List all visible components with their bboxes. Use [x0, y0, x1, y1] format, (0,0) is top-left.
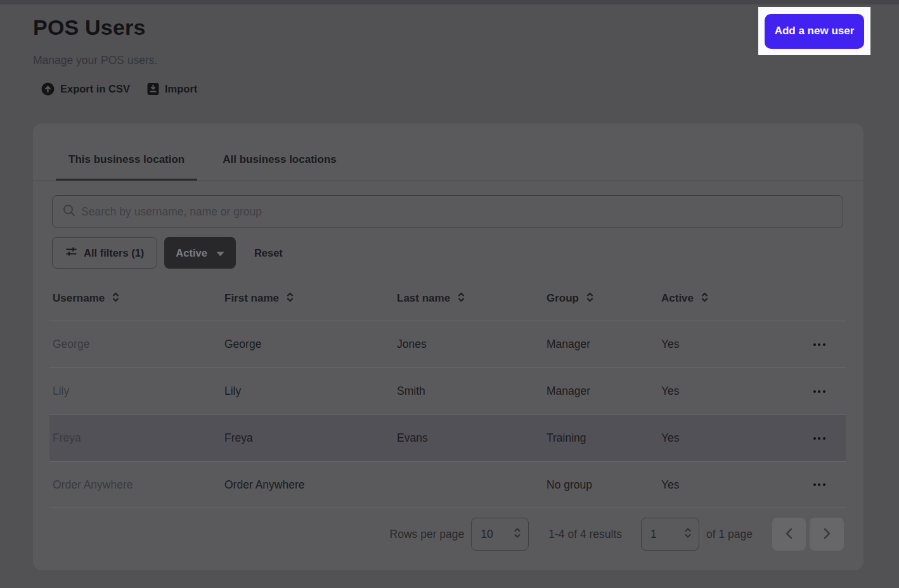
users-card: This business location All business loca…: [33, 124, 863, 570]
active-filter-label: Active: [176, 247, 207, 259]
import-button[interactable]: Import: [147, 82, 197, 96]
sliders-icon: [65, 246, 77, 260]
tour-spotlight: Add a new user: [758, 7, 870, 55]
chevron-left-icon: [786, 528, 792, 541]
file-download-icon: [147, 82, 159, 96]
cell-username: Freya: [49, 431, 224, 445]
cell-last-name: Jones: [397, 338, 547, 351]
table-row[interactable]: FreyaFreyaEvansTrainingYes: [49, 414, 846, 461]
caret-down-icon: [216, 247, 224, 259]
cell-username: Lily: [49, 385, 224, 398]
import-label: Import: [165, 83, 197, 95]
results-count: 1-4 of 4 results: [548, 528, 622, 541]
cell-first-name: Lily: [224, 385, 397, 398]
sort-arrows-icon: [457, 291, 465, 306]
rows-per-page-select[interactable]: 10: [471, 518, 529, 551]
cell-active: Yes: [661, 385, 764, 398]
magnifier-icon: [63, 204, 75, 219]
tab-bar: This business location All business loca…: [33, 124, 863, 181]
search-input[interactable]: [81, 205, 832, 219]
all-filters-label: All filters (1): [84, 247, 144, 259]
cell-last-name: Smith: [397, 385, 547, 398]
rows-per-page-value: 10: [481, 528, 493, 541]
header-toolbar: Export in CSV Import: [41, 82, 197, 96]
page-number-value: 1: [650, 528, 657, 541]
sort-arrows-icon: [112, 291, 120, 306]
arrow-up-circle-icon: [41, 82, 55, 96]
column-header-group[interactable]: Group: [547, 291, 661, 306]
cell-group: Training: [547, 431, 661, 445]
search-bar: [52, 195, 843, 228]
row-actions-button[interactable]: [806, 426, 832, 451]
active-filter-dropdown[interactable]: Active: [164, 237, 236, 269]
page-total-label: of 1 page: [706, 528, 753, 541]
column-label: Group: [547, 292, 579, 305]
column-label: First name: [224, 292, 279, 305]
rows-per-page-label: Rows per page: [390, 528, 465, 541]
export-csv-button[interactable]: Export in CSV: [41, 82, 130, 96]
cell-active: Yes: [661, 338, 764, 351]
row-actions-button[interactable]: [806, 379, 832, 404]
pagination-bar: Rows per page 10 1-4 of 4 results 1 of 1…: [390, 518, 844, 551]
page-number-select[interactable]: 1: [641, 518, 699, 551]
cell-username: George: [49, 338, 224, 351]
table-row[interactable]: LilyLilySmithManagerYes: [49, 368, 846, 414]
column-header-last-name[interactable]: Last name: [397, 291, 547, 306]
tab-this-business-location[interactable]: This business location: [56, 138, 197, 181]
sort-arrows-icon: [586, 291, 594, 306]
table-header: UsernameFirst nameLast nameGroupActive: [49, 282, 846, 315]
column-header-first-name[interactable]: First name: [224, 291, 397, 306]
stepper-arrows-icon: [514, 527, 521, 542]
table-row[interactable]: GeorgeGeorgeJonesManagerYes: [49, 321, 846, 368]
all-filters-button[interactable]: All filters (1): [52, 237, 157, 269]
cell-active: Yes: [661, 478, 764, 492]
prev-page-button[interactable]: [772, 518, 806, 551]
sort-arrows-icon: [701, 291, 709, 306]
cell-username: Order Anywhere: [49, 478, 224, 492]
cell-first-name: Order Anywhere: [224, 478, 397, 492]
row-actions-button[interactable]: [806, 332, 832, 357]
table-row[interactable]: Order AnywhereOrder AnywhereNo groupYes: [49, 461, 846, 508]
pos-users-screen: POS Users Manage your POS users. Export …: [0, 0, 899, 588]
sort-arrows-icon: [286, 291, 294, 306]
page-title: POS Users: [33, 15, 146, 40]
page-subtitle: Manage your POS users.: [33, 54, 157, 67]
column-label: Active: [661, 292, 694, 305]
reset-filters-button[interactable]: Reset: [254, 247, 283, 259]
cell-active: Yes: [661, 431, 764, 445]
filter-row: All filters (1) Active Reset: [52, 237, 283, 269]
top-shadow-strip: [0, 0, 899, 4]
column-label: Last name: [397, 292, 450, 305]
cell-group: Manager: [547, 338, 661, 351]
cell-first-name: George: [224, 338, 397, 351]
column-label: Username: [53, 292, 105, 305]
table-body: GeorgeGeorgeJonesManagerYesLilyLilySmith…: [49, 321, 846, 508]
next-page-button[interactable]: [810, 518, 844, 551]
column-header-active[interactable]: Active: [661, 291, 764, 306]
stepper-arrows-icon: [684, 527, 692, 542]
cell-first-name: Freya: [224, 431, 397, 445]
export-csv-label: Export in CSV: [60, 83, 130, 95]
column-header-username[interactable]: Username: [49, 291, 224, 306]
row-actions-button[interactable]: [806, 472, 832, 497]
add-new-user-button[interactable]: Add a new user: [765, 14, 864, 49]
tab-all-business-locations[interactable]: All business locations: [210, 138, 349, 181]
cell-group: Manager: [547, 385, 661, 398]
cell-last-name: Evans: [397, 431, 547, 445]
cell-group: No group: [547, 478, 661, 492]
chevron-right-icon: [824, 528, 831, 541]
